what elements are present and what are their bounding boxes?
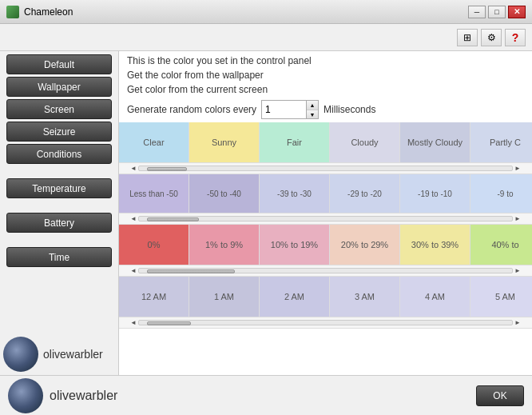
info-line-2: Get the color from the wallpaper <box>119 68 532 82</box>
list-item[interactable]: Cloudy <box>330 122 400 162</box>
settings-icon-button[interactable]: ⊞ <box>457 29 478 46</box>
gear-icon-button[interactable]: ⚙ <box>481 29 502 46</box>
list-item[interactable]: 1 AM <box>189 277 260 317</box>
app-icon <box>6 6 19 18</box>
list-item[interactable]: 20% to 29% <box>330 225 400 265</box>
conditions-cells: Clear Sunny Fair Cloudy Mostly Cloudy Pa… <box>119 122 532 162</box>
sidebar: Default Wallpaper Screen Seizure Conditi… <box>0 51 118 375</box>
toolbar: ⊞ ⚙ ? <box>0 24 532 51</box>
battery-section: 0% 1% to 9% 10% to 19% 20% to 29% 30% to… <box>119 225 532 277</box>
title-bar-buttons: ─ □ ✕ <box>468 6 526 18</box>
list-item[interactable]: 12 AM <box>119 277 189 317</box>
sidebar-item-screen[interactable]: Screen <box>6 99 112 119</box>
close-button[interactable]: ✕ <box>508 6 526 18</box>
generate-input[interactable] <box>262 101 306 118</box>
sidebar-gap1 <box>6 166 112 176</box>
ok-button[interactable]: OK <box>476 385 524 406</box>
spinner-up[interactable]: ▲ <box>307 101 318 110</box>
generate-label: Generate random colors every <box>127 104 256 115</box>
bottom-bar: olivewarbler OK <box>0 375 532 415</box>
username: olivewarbler <box>43 348 103 361</box>
sidebar-gap2 <box>6 201 112 210</box>
info-line-1: This is the color you set in the control… <box>119 51 532 68</box>
spinner-buttons: ▲ ▼ <box>306 101 318 118</box>
scrollbar-thumb[interactable] <box>147 167 187 171</box>
conditions-scrollbar[interactable]: ◄ ► <box>119 162 532 174</box>
list-item[interactable]: Mostly Cloudy <box>400 122 470 162</box>
list-item[interactable]: Sunny <box>189 122 260 162</box>
scrollbar-track[interactable] <box>138 320 513 325</box>
list-item[interactable]: 10% to 19% <box>260 225 330 265</box>
sidebar-item-time[interactable]: Time <box>6 247 112 267</box>
avatar-bottom <box>8 378 43 413</box>
sidebar-item-wallpaper[interactable]: Wallpaper <box>6 77 112 97</box>
list-item[interactable]: Less than -50 <box>119 174 189 213</box>
conditions-section: Clear Sunny Fair Cloudy Mostly Cloudy Pa… <box>119 122 532 174</box>
username-bottom: olivewarbler <box>50 389 117 403</box>
temperature-scrollbar[interactable]: ◄ ► <box>119 213 532 225</box>
battery-cells: 0% 1% to 9% 10% to 19% 20% to 29% 30% to… <box>119 225 532 265</box>
list-item[interactable]: 30% to 39% <box>400 225 470 265</box>
milliseconds-label: Milliseconds <box>324 104 375 115</box>
scrollbar-thumb[interactable] <box>147 217 199 221</box>
temperature-section: Less than -50 -50 to -40 -39 to -30 -29 … <box>119 174 532 225</box>
scroll-left-arrow[interactable]: ◄ <box>130 165 137 172</box>
scroll-left-arrow[interactable]: ◄ <box>130 319 137 326</box>
info-line-3: Get color from the current screen <box>119 82 532 97</box>
scrollbar-track[interactable] <box>138 268 513 273</box>
scrollbar-thumb[interactable] <box>147 269 235 273</box>
sidebar-item-default[interactable]: Default <box>6 54 112 74</box>
window: Chameleon ─ □ ✕ ⊞ ⚙ ? Default Wallpaper … <box>0 0 532 415</box>
time-scrollbar[interactable]: ◄ ► <box>119 317 532 329</box>
list-item[interactable]: Partly C <box>470 122 532 162</box>
sidebar-item-battery[interactable]: Battery <box>6 213 112 233</box>
content-panel: This is the color you set in the control… <box>118 51 532 375</box>
main-area: Default Wallpaper Screen Seizure Conditi… <box>0 51 532 375</box>
scrollbar-thumb[interactable] <box>147 321 191 325</box>
list-item[interactable]: 40% to <box>470 225 532 265</box>
generate-row: Generate random colors every ▲ ▼ Millise… <box>119 97 532 122</box>
list-item[interactable]: 3 AM <box>330 277 400 317</box>
sidebar-item-conditions[interactable]: Conditions <box>6 144 112 164</box>
help-icon-button[interactable]: ? <box>505 29 526 46</box>
list-item[interactable]: -19 to -10 <box>400 174 470 213</box>
list-item[interactable]: -50 to -40 <box>189 174 260 213</box>
scroll-right-arrow[interactable]: ► <box>514 267 521 274</box>
window-title: Chameleon <box>24 6 468 18</box>
sidebar-gap3 <box>6 235 112 245</box>
list-item[interactable]: -9 to <box>470 174 532 213</box>
scrollbar-track[interactable] <box>138 216 513 221</box>
list-item[interactable]: 4 AM <box>400 277 470 317</box>
time-cells: 12 AM 1 AM 2 AM 3 AM 4 AM 5 AM <box>119 277 532 317</box>
sidebar-item-seizure[interactable]: Seizure <box>6 122 112 142</box>
spinner-down[interactable]: ▼ <box>307 110 318 118</box>
value-spinner[interactable]: ▲ ▼ <box>261 100 319 119</box>
user-profile: olivewarbler <box>3 337 115 372</box>
temperature-cells: Less than -50 -50 to -40 -39 to -30 -29 … <box>119 174 532 213</box>
scroll-left-arrow[interactable]: ◄ <box>130 215 137 222</box>
scroll-right-arrow[interactable]: ► <box>514 319 521 326</box>
list-item[interactable]: -29 to -20 <box>330 174 400 213</box>
scroll-right-arrow[interactable]: ► <box>514 165 521 172</box>
list-item[interactable]: 0% <box>119 225 189 265</box>
list-item[interactable]: 5 AM <box>470 277 532 317</box>
scroll-right-arrow[interactable]: ► <box>514 215 521 222</box>
sidebar-item-temperature[interactable]: Temperature <box>6 178 112 198</box>
list-item[interactable]: Clear <box>119 122 189 162</box>
list-item[interactable]: Fair <box>260 122 330 162</box>
time-section: 12 AM 1 AM 2 AM 3 AM 4 AM 5 AM ◄ ► <box>119 277 532 329</box>
list-item[interactable]: -39 to -30 <box>260 174 330 213</box>
battery-scrollbar[interactable]: ◄ ► <box>119 265 532 277</box>
maximize-button[interactable]: □ <box>488 6 506 18</box>
scrollbar-track[interactable] <box>138 166 513 171</box>
list-item[interactable]: 2 AM <box>260 277 330 317</box>
avatar <box>3 337 38 372</box>
list-item[interactable]: 1% to 9% <box>189 225 260 265</box>
scroll-left-arrow[interactable]: ◄ <box>130 267 137 274</box>
minimize-button[interactable]: ─ <box>468 6 486 18</box>
title-bar: Chameleon ─ □ ✕ <box>0 0 532 24</box>
